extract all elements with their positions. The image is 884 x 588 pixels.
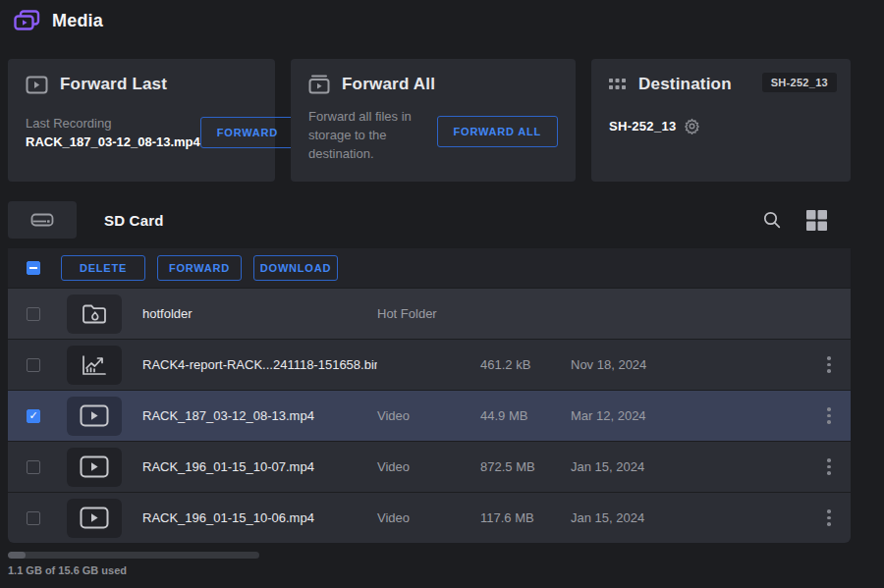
file-date: Nov 18, 2024	[571, 357, 807, 372]
file-name: RACK4-report-RACK...241118-151658.bin	[142, 357, 377, 372]
file-size: 461.2 kB	[480, 357, 571, 372]
destination-badge: SH-252_13	[762, 73, 837, 92]
file-thumbnail	[67, 499, 122, 538]
table-row[interactable]: RACK4-report-RACK...241118-151658.bin 46…	[8, 339, 851, 390]
destination-card: Destination SH-252_13 SH-252_13	[591, 59, 851, 182]
file-thumbnail	[67, 397, 122, 436]
file-type: Video	[377, 510, 480, 525]
forward-all-title: Forward All	[342, 75, 435, 94]
cards-row: Forward Last Last Recording RACK_187_03-…	[8, 59, 851, 182]
file-name: RACK_196_01-15_10-07.mp4	[142, 459, 377, 474]
table-row[interactable]: RACK_196_01-15_10-07.mp4 Video 872.5 MB …	[8, 441, 851, 492]
file-date: Jan 15, 2024	[571, 459, 807, 474]
row-menu-button[interactable]	[807, 509, 851, 526]
storage-usage-bar	[8, 552, 259, 559]
forward-all-description: Forward all files in storage to the dest…	[308, 108, 437, 164]
grid-view-icon	[806, 210, 827, 231]
page-title: Media	[52, 11, 103, 31]
media-page: Media Forward Last Last Recording RACK_1…	[0, 0, 884, 588]
destination-value: SH-252_13	[609, 119, 676, 134]
file-size: 872.5 MB	[480, 459, 571, 474]
table-row[interactable]: RACK_196_01-15_10-06.mp4 Video 117.6 MB …	[8, 492, 851, 543]
row-checkbox[interactable]: ✓	[27, 409, 40, 423]
forward-button[interactable]: FORWARD	[200, 117, 295, 148]
selection-toolbar: DELETE FORWARD DOWNLOAD	[8, 248, 851, 288]
file-thumbnail	[67, 294, 122, 334]
download-button[interactable]: DOWNLOAD	[253, 255, 338, 281]
select-all-checkbox[interactable]	[27, 261, 40, 275]
media-icon	[14, 10, 40, 32]
destination-grid-icon	[609, 79, 627, 90]
forward-all-button[interactable]: FORWARD ALL	[437, 116, 558, 147]
table-row[interactable]: ✓ RACK_187_03-12_08-13.mp4 Video 44.9 MB…	[8, 390, 851, 441]
file-thumbnail	[67, 448, 122, 487]
file-name: RACK_187_03-12_08-13.mp4	[142, 408, 377, 423]
row-checkbox[interactable]	[27, 358, 40, 372]
file-name: hotfolder	[142, 306, 377, 321]
file-table: DELETE FORWARD DOWNLOAD hotfolder Hot Fo…	[8, 248, 851, 543]
search-button[interactable]	[763, 211, 781, 229]
video-file-icon	[80, 507, 109, 529]
storage-usage: 1.1 GB of 15.6 GB used	[8, 552, 259, 576]
storage-source-bar: SD Card	[8, 201, 851, 239]
video-file-icon	[80, 404, 109, 427]
last-recording-filename: RACK_187_03-12_08-13.mp4	[26, 134, 200, 149]
row-checkbox[interactable]	[27, 307, 40, 321]
storage-usage-text: 1.1 GB of 15.6 GB used	[8, 564, 259, 576]
destination-title: Destination	[638, 75, 732, 94]
chart-file-icon	[82, 354, 107, 376]
forward-all-card: Forward All Forward all files in storage…	[291, 59, 576, 182]
play-rect-icon	[26, 76, 48, 94]
last-recording-block: Last Recording RACK_187_03-12_08-13.mp4	[26, 116, 200, 149]
file-thumbnail	[67, 346, 122, 385]
row-checkbox[interactable]	[27, 460, 40, 474]
forward-all-icon	[308, 75, 330, 94]
hot-folder-icon	[82, 303, 107, 325]
row-menu-button[interactable]	[807, 356, 851, 373]
file-size: 117.6 MB	[480, 510, 571, 525]
forward-last-card: Forward Last Last Recording RACK_187_03-…	[8, 59, 275, 182]
file-date: Mar 12, 2024	[571, 408, 807, 423]
last-recording-label: Last Recording	[26, 116, 200, 131]
row-menu-button[interactable]	[807, 458, 851, 475]
delete-button[interactable]: DELETE	[61, 255, 145, 281]
forward-last-title: Forward Last	[60, 75, 167, 94]
file-date: Jan 15, 2024	[571, 510, 807, 525]
file-type: Hot Folder	[377, 306, 480, 321]
storage-source-title: SD Card	[104, 212, 164, 229]
file-name: RACK_196_01-15_10-06.mp4	[142, 510, 377, 525]
page-header: Media	[14, 10, 103, 32]
search-icon	[763, 211, 781, 229]
storage-drive-button[interactable]	[8, 201, 77, 239]
table-row[interactable]: hotfolder Hot Folder	[8, 288, 851, 339]
row-checkbox[interactable]	[27, 511, 40, 525]
row-menu-button[interactable]	[807, 407, 851, 424]
grid-view-button[interactable]	[806, 210, 827, 231]
sd-card-icon	[30, 211, 54, 229]
file-size: 44.9 MB	[480, 408, 571, 423]
storage-usage-bar-fill	[8, 552, 26, 559]
file-type: Video	[377, 459, 480, 474]
video-file-icon	[80, 455, 109, 478]
gear-icon[interactable]	[684, 118, 700, 134]
forward-selected-button[interactable]: FORWARD	[157, 255, 242, 281]
file-type: Video	[377, 408, 480, 423]
